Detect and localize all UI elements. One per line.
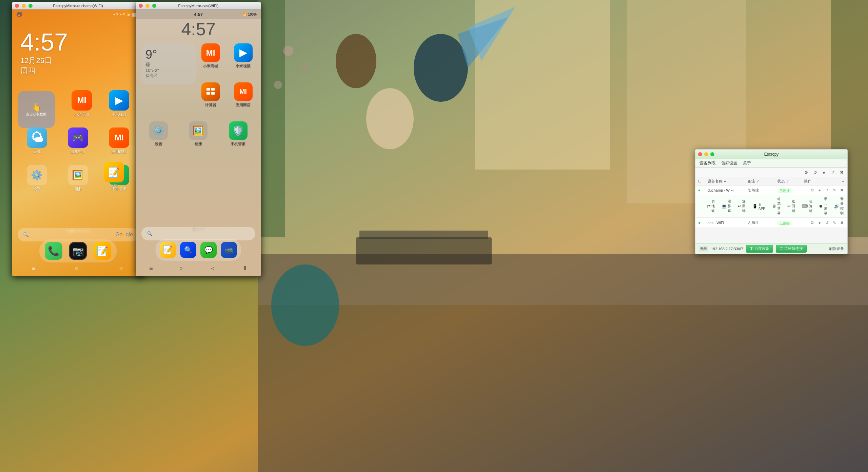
- app-icon-notes: 📝: [104, 162, 124, 182]
- phone2-app-grid-top: MI 小米商城 ▶ 小米视频: [196, 43, 257, 68]
- action-switch[interactable]: ⇄ 切地候: [705, 198, 717, 214]
- duchamp-delete-icon[interactable]: ✖: [839, 188, 845, 193]
- app-settings[interactable]: ⚙️ 设置: [18, 165, 56, 192]
- cas-edit-icon[interactable]: ✎: [832, 220, 837, 225]
- svg-rect-21: [211, 92, 215, 95]
- cas-refresh-icon[interactable]: ↺: [824, 220, 830, 225]
- app-game-center[interactable]: 🎮 游戏中心: [59, 127, 97, 154]
- header-checkbox: ☐: [698, 179, 705, 183]
- toolbar-share-icon[interactable]: ↗: [830, 170, 836, 176]
- phone1-nav-menu[interactable]: ≡: [32, 265, 36, 272]
- phone1-widget[interactable]: 👆 点击获取数据: [18, 91, 55, 128]
- dock2-zoom[interactable]: 📹: [221, 242, 237, 258]
- close-button-cas[interactable]: [139, 4, 143, 8]
- duchamp-action-icons: ⚙ ● ↺ ✎ ✖: [804, 188, 845, 193]
- toolbar-record-icon[interactable]: ●: [821, 170, 827, 176]
- duchamp-checkbox[interactable]: ●: [698, 188, 705, 193]
- scrcpy-statusbar: 无线 192.168.2.17:33/07 ① 百度设备 二 二维码连接 刷新设…: [695, 243, 847, 254]
- app2-icon-settings: ⚙️: [149, 121, 168, 140]
- cas-status-badge: 已连接: [777, 221, 792, 225]
- app-appstore[interactable]: MI 应用商店: [100, 127, 138, 154]
- dock2-wechat[interactable]: 💬: [200, 242, 217, 258]
- app-notes[interactable]: 📝 笔记: [104, 162, 124, 189]
- duchamp-note: 之 编注: [748, 188, 775, 193]
- duchamp-refresh-icon[interactable]: ↺: [824, 188, 830, 193]
- duchamp-status-badge: 已连接: [777, 189, 792, 193]
- app2-appstore2[interactable]: MI 应用商店: [229, 82, 257, 107]
- phone1-nav-home[interactable]: ○: [75, 265, 79, 272]
- scrcpy-toolbar: ⚙ ↺ ● ↗ ✖: [695, 168, 847, 177]
- device-row-cas-main: ● cas · WiFi 之 编注 已连接 ⚙ ● ↺ ✎ ✖: [695, 218, 847, 228]
- dock-camera[interactable]: 📷: [69, 242, 87, 260]
- scrcpy-min-btn[interactable]: [704, 152, 708, 156]
- app2-label-mivideo: 小米视频: [236, 63, 251, 68]
- close-button-duchamp[interactable]: [15, 4, 19, 8]
- menu-device-list[interactable]: 设备列表: [699, 160, 716, 166]
- svg-point-15: [283, 46, 293, 56]
- phone2-weather-widget[interactable]: 9° 霾 10°/-2° 福海区: [141, 43, 196, 84]
- phone2-nav-back[interactable]: ＜: [210, 264, 216, 272]
- action-app[interactable]: 📱 百APP: [750, 201, 767, 211]
- app-photos[interactable]: 🖼️ 相册: [59, 165, 97, 192]
- toolbar-refresh-icon[interactable]: ↺: [812, 170, 818, 176]
- app2-calc[interactable]: 计算器: [196, 82, 225, 107]
- action-volume[interactable]: 🔊 音量控制: [832, 196, 846, 216]
- google-logo: Google: [115, 232, 133, 238]
- phone2-search-bar[interactable]: 🔍: [141, 227, 255, 240]
- scrcpy-max-btn[interactable]: [710, 152, 714, 156]
- cas-settings-icon[interactable]: ⚙: [809, 220, 815, 225]
- action-mirror[interactable]: 💻 注界幕: [719, 198, 733, 214]
- duchamp-record-icon[interactable]: ●: [817, 188, 822, 193]
- phone2-time-status: 4:57: [194, 12, 203, 17]
- scrcpy-panel: Escrcpy 设备列表 偏好设置 关于 ⚙ ↺ ● ↗ ✖ ☐ 设备名称 ≑ …: [695, 149, 848, 254]
- scrcpy-titlebar: Escrcpy: [695, 150, 847, 159]
- btn-add-device[interactable]: ① 百度设备: [746, 245, 773, 253]
- action-keyboard[interactable]: ⌨ 电脑键: [800, 198, 814, 214]
- action-back2[interactable]: ↩ 返回键: [785, 198, 797, 214]
- cas-checkbox[interactable]: ●: [698, 220, 705, 225]
- dock-phone[interactable]: 📞: [45, 242, 62, 260]
- dock-notes[interactable]: 📝: [94, 242, 111, 260]
- app-label-weather: 天气: [33, 149, 41, 154]
- phone2-nav-menu[interactable]: ≡: [149, 265, 153, 272]
- maximize-button-duchamp[interactable]: [28, 4, 33, 8]
- app-mivideo[interactable]: ▶ 小米视频: [102, 90, 136, 117]
- minimize-button-cas[interactable]: [145, 4, 150, 8]
- app2-photos[interactable]: 🖼️ 相册: [180, 121, 217, 146]
- app2-phonemanager[interactable]: 🛡️ 手机管家: [220, 121, 257, 146]
- duchamp-edit-icon[interactable]: ✎: [832, 188, 837, 193]
- app-icon-settings: ⚙️: [27, 165, 47, 185]
- dock2-sticker[interactable]: 📝: [160, 242, 176, 258]
- action-back[interactable]: ↩ 返回键: [736, 198, 748, 214]
- scrcpy-close-btn[interactable]: [698, 152, 702, 156]
- app2-label-calc: 计算器: [205, 102, 216, 107]
- phone2-nav-home[interactable]: ○: [179, 265, 183, 272]
- app-icon-mivideo: ▶: [109, 90, 129, 111]
- cas-record-icon[interactable]: ●: [817, 220, 822, 225]
- phone2-nav-extra[interactable]: ⬆: [242, 264, 248, 272]
- toolbar-close-icon[interactable]: ✖: [839, 170, 845, 176]
- app2-mivideo[interactable]: ▶ 小米视频: [229, 43, 257, 68]
- action-record-screen[interactable]: ⏺ 录共屏幕: [817, 196, 829, 216]
- menu-preferences[interactable]: 偏好设置: [721, 160, 737, 166]
- refresh-devices-btn[interactable]: 刷新设备: [829, 246, 844, 251]
- btn-qr-connect[interactable]: 二 二维码连接: [776, 245, 807, 253]
- app-icon-photos: 🖼️: [68, 165, 88, 185]
- minimize-button-duchamp[interactable]: [22, 4, 26, 8]
- duchamp-settings-icon[interactable]: ⚙: [809, 188, 815, 193]
- phone1-nav-back[interactable]: ＜: [118, 264, 124, 272]
- duchamp-actions: ⇄ 切地候 💻 注界幕 ↩ 返回键 📱 百APP 🖥 对花草幕 ↩ 返回键: [695, 195, 847, 218]
- svg-point-8: [366, 88, 414, 149]
- toolbar-settings-icon[interactable]: ⚙: [803, 170, 809, 176]
- scrcpy-title: Escrcpy: [764, 152, 779, 157]
- app-xiaomi-store[interactable]: MI 小米商城: [65, 90, 98, 117]
- maximize-button-cas[interactable]: [152, 4, 156, 8]
- cas-delete-icon[interactable]: ✖: [839, 220, 845, 225]
- app-weather[interactable]: 🌤 天气: [18, 127, 56, 154]
- menu-about[interactable]: 关于: [743, 160, 751, 166]
- app2-settings[interactable]: ⚙️ 设置: [140, 121, 177, 146]
- phone1-time-display: 4:57: [20, 30, 68, 54]
- dock2-baidu[interactable]: 🔍: [180, 242, 196, 258]
- action-screen[interactable]: 🖥 对花草幕: [770, 196, 783, 216]
- app2-xiaomi-store[interactable]: MI 小米商城: [196, 43, 225, 68]
